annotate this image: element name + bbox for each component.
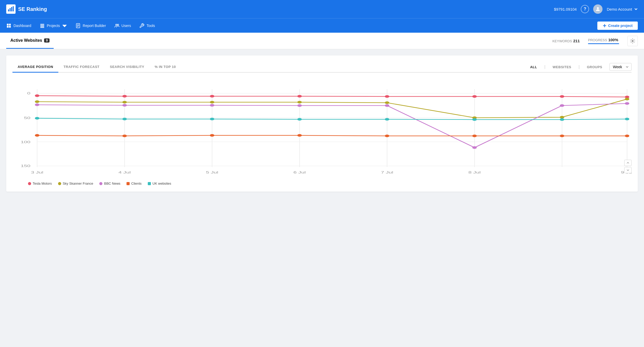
svg-point-43 [35, 94, 39, 97]
svg-rect-0 [8, 9, 9, 11]
tab-average-position[interactable]: AVERAGE POSITION [12, 62, 58, 73]
chart-svg: 0 50 100 150 3 Jul 4 Jul 5 Jul 6 Jul 7 J… [12, 79, 632, 177]
tab-search-visibility[interactable]: SEARCH VISIBILITY [105, 62, 150, 73]
legend-dot-skyscanner [58, 182, 61, 185]
svg-rect-16 [77, 26, 79, 27]
svg-point-52 [122, 101, 127, 103]
secondary-navbar: Dashboard Projects Report Builder Users … [0, 18, 644, 33]
keywords-stat: KEYWORDS 211 [552, 39, 580, 43]
nav-report-builder[interactable]: Report Builder [75, 21, 106, 30]
svg-text:3 Jul: 3 Jul [31, 170, 43, 174]
svg-point-44 [122, 95, 127, 98]
nav-dashboard-label: Dashboard [13, 24, 31, 28]
svg-text:8 Jul: 8 Jul [468, 170, 481, 174]
legend-label-tesla: Tesla Motors [33, 182, 52, 185]
svg-point-76 [122, 118, 127, 120]
svg-point-61 [210, 104, 214, 107]
svg-point-51 [35, 100, 39, 103]
top-navbar: SE Ranking $9791.09104 ? Demo Account [0, 0, 644, 18]
tab-pct-top10[interactable]: % IN TOP 10 [150, 62, 181, 73]
svg-rect-1 [10, 8, 11, 11]
svg-point-63 [385, 104, 389, 107]
legend-dot-clients [127, 182, 130, 185]
chart-area: 0 50 100 150 3 Jul 4 Jul 5 Jul 6 Jul 7 J… [12, 79, 632, 177]
progress-bar [588, 43, 619, 44]
progress-label: PROGRESS [588, 38, 607, 42]
svg-point-64 [472, 146, 477, 149]
logo-text: SE Ranking [18, 6, 47, 12]
nav-links: Dashboard Projects Report Builder Users … [6, 21, 155, 30]
create-project-button[interactable]: Create project [597, 22, 638, 30]
logo-icon [6, 4, 16, 14]
svg-point-62 [297, 104, 302, 107]
svg-point-47 [385, 95, 389, 98]
svg-rect-6 [9, 24, 11, 25]
active-websites-badge: 9 [44, 38, 50, 43]
scroll-down-button[interactable] [624, 167, 632, 173]
tab-traffic-forecast[interactable]: TRAFFIC FORECAST [58, 62, 105, 73]
svg-point-81 [560, 118, 564, 121]
svg-point-57 [560, 116, 564, 119]
account-name: Demo Account [607, 7, 632, 11]
svg-point-80 [472, 118, 477, 121]
nav-projects-label: Projects [47, 24, 60, 28]
nav-users-label: Users [122, 24, 131, 28]
svg-point-60 [122, 104, 127, 107]
settings-button[interactable] [627, 36, 638, 46]
legend-label-clients: Clients [131, 182, 142, 185]
chart-tab-bar: AVERAGE POSITION TRAFFIC FORECAST SEARCH… [12, 62, 632, 73]
balance-display: $9791.09104 [554, 7, 577, 11]
svg-rect-7 [7, 26, 9, 27]
svg-point-74 [625, 135, 629, 137]
legend-bbc: BBC News [99, 182, 120, 185]
svg-point-48 [472, 95, 477, 98]
svg-text:150: 150 [21, 164, 31, 168]
svg-point-79 [385, 118, 389, 121]
legend-uk: UK websites [148, 182, 171, 185]
legend-label-bbc: BBC News [104, 182, 120, 185]
svg-point-53 [210, 101, 214, 103]
svg-point-78 [297, 118, 302, 121]
nav-projects[interactable]: Projects [40, 21, 67, 30]
svg-point-77 [210, 118, 214, 120]
svg-point-18 [117, 24, 118, 25]
progress-value: 100% [608, 38, 618, 42]
legend-dot-bbc [99, 182, 102, 185]
svg-point-65 [560, 104, 564, 107]
svg-text:100: 100 [21, 140, 31, 144]
svg-point-55 [385, 101, 389, 104]
legend-clients: Clients [127, 182, 142, 185]
help-button[interactable]: ? [581, 5, 589, 13]
svg-point-72 [472, 135, 477, 137]
account-menu[interactable]: Demo Account [607, 7, 638, 11]
svg-point-54 [297, 101, 302, 103]
svg-rect-11 [40, 26, 44, 27]
chart-legend: Tesla Motors Sky Skanner France BBC News… [12, 182, 632, 185]
nav-tools[interactable]: Tools [139, 21, 155, 30]
svg-point-59 [35, 103, 39, 106]
active-websites-tab[interactable]: Active Websites 9 [6, 33, 54, 49]
nav-report-label: Report Builder [83, 24, 106, 28]
page-tab-bar: Active Websites 9 KEYWORDS 211 PROGRESS … [0, 33, 644, 49]
svg-point-4 [597, 7, 599, 9]
svg-rect-15 [77, 25, 79, 26]
nav-users[interactable]: Users [114, 21, 131, 30]
svg-text:4 Jul: 4 Jul [118, 170, 131, 174]
svg-point-49 [560, 95, 564, 98]
svg-text:6 Jul: 6 Jul [293, 170, 306, 174]
period-select[interactable]: Week Day Month [610, 63, 632, 71]
top-nav-right: $9791.09104 ? Demo Account [554, 4, 638, 14]
svg-point-58 [625, 98, 629, 100]
svg-point-46 [297, 95, 302, 98]
logo[interactable]: SE Ranking [6, 4, 47, 14]
svg-text:7 Jul: 7 Jul [381, 170, 393, 174]
filter-groups[interactable]: GROUPS [584, 63, 605, 71]
svg-point-19 [632, 40, 633, 41]
filter-all[interactable]: ALL [527, 63, 540, 71]
scroll-up-button[interactable] [624, 160, 632, 166]
svg-point-68 [122, 135, 127, 137]
nav-dashboard[interactable]: Dashboard [6, 21, 31, 30]
keywords-label: KEYWORDS [552, 39, 572, 43]
filter-websites[interactable]: WEBSITES [550, 63, 575, 71]
svg-point-45 [210, 95, 214, 98]
